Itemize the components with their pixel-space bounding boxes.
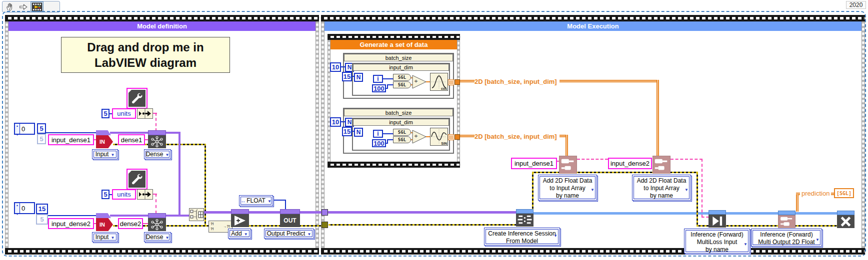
destroy-session-node[interactable]: [837, 215, 854, 228]
divide-node[interactable]: ÷: [412, 75, 427, 89]
destroy-session-node-cap: [837, 211, 854, 215]
add-2d-float-data-node[interactable]: [559, 156, 577, 174]
output-selector[interactable]: Output Predict: [264, 229, 314, 239]
version-text: 2020: [850, 1, 863, 8]
array-output-label[interactable]: 2D [batch_size, input_dim]: [474, 78, 557, 86]
layer-type-selector[interactable]: Dense: [144, 149, 171, 159]
loop-count-terminal[interactable]: N: [354, 73, 363, 82]
build-array-node[interactable]: [189, 208, 204, 221]
input-type-selector[interactable]: Input: [92, 149, 118, 159]
execution-frame-top-border: [321, 15, 865, 21]
units-label[interactable]: units: [112, 108, 136, 119]
input-type-selector[interactable]: Input: [92, 232, 118, 242]
to-sgl-node[interactable]: SGL: [393, 136, 411, 143]
string-wire: [702, 159, 702, 218]
prediction-indicator[interactable]: [SGL]: [834, 188, 854, 198]
float-enum-selector[interactable]: ↔ FLOAT: [239, 195, 273, 206]
wrench-config-icon[interactable]: [126, 88, 148, 109]
loop-name-bar: input_dim: [353, 119, 449, 126]
layer-type-selector[interactable]: Dense: [144, 232, 171, 242]
to-sgl-node[interactable]: SGL: [393, 74, 411, 81]
dense-name-label[interactable]: dense2: [118, 218, 143, 229]
inference-multiloss-selector[interactable]: Inference (Forward) MultiLoss Input by n…: [684, 229, 750, 254]
prediction-label[interactable]: prediction: [800, 190, 831, 198]
version-badge: 2020: [846, 1, 866, 9]
wrench-config-icon[interactable]: [126, 169, 148, 190]
input-name-label[interactable]: input_dense1: [48, 134, 94, 145]
error-wire: [328, 224, 534, 226]
size-constant[interactable]: 5: [37, 123, 46, 134]
model-wire: [204, 211, 322, 214]
shape-spinner[interactable]: 0: [14, 123, 35, 135]
units-constant[interactable]: 5: [102, 190, 110, 199]
size-constant-disabled[interactable]: 5: [37, 134, 46, 144]
dropdown-arrow-icon: [590, 186, 594, 194]
dense-node[interactable]: [148, 135, 166, 148]
input-name-label[interactable]: input_dense2: [48, 218, 94, 229]
create-session-selector[interactable]: Create Inference Session From Model: [484, 228, 560, 246]
input-name-label[interactable]: input_dense2: [608, 158, 652, 169]
add-2d-float-data-node[interactable]: [652, 156, 670, 174]
loop-iterator-terminal[interactable]: i: [373, 130, 383, 138]
array-output-label[interactable]: 2D [batch_size, input_dim]: [474, 133, 557, 141]
execution-frame-bottom-border: [321, 248, 865, 255]
loop-count-terminal[interactable]: N: [354, 128, 363, 137]
model-tunnel: [322, 209, 328, 216]
size-constant-disabled[interactable]: 5: [36, 214, 48, 225]
add-node[interactable]: [231, 214, 249, 227]
loop-name-bar: batch_size: [344, 109, 453, 116]
array-wire: [566, 135, 568, 157]
loop-name-bar: input_dim: [353, 64, 449, 71]
to-sgl-node[interactable]: SGL: [393, 129, 411, 136]
divide-node[interactable]: ÷: [412, 130, 427, 144]
dense-name-label[interactable]: dense1: [118, 134, 145, 145]
add-data-selector[interactable]: Add 2D Float Data to Input Array by name: [538, 175, 597, 201]
generate-frame-title: Generate a set of data: [360, 41, 428, 48]
dropdown-arrow-icon: [108, 234, 114, 241]
input-name-label[interactable]: input_dense1: [511, 158, 557, 169]
spinner-arrows-icon[interactable]: [15, 203, 20, 213]
definition-frame-header: Model definition: [8, 21, 316, 31]
out-node[interactable]: OUT: [280, 214, 300, 227]
execution-frame-title: Model Execution: [567, 22, 618, 30]
inference-multioutput-node[interactable]: [778, 215, 796, 228]
sticky-note[interactable]: Drag and drop me in LabVIEW diagram: [61, 37, 230, 73]
denominator-constant[interactable]: 100: [372, 84, 386, 92]
batch-count-constant[interactable]: 10: [330, 62, 341, 72]
cosine-function-node[interactable]: cos: [430, 73, 448, 91]
units-bundle-node[interactable]: [137, 108, 153, 119]
batch-count-constant[interactable]: 10: [330, 117, 341, 127]
dropdown-arrow-icon: [684, 186, 688, 194]
labview-block-diagram: 2020 Model definition Model Execution Dr…: [0, 0, 868, 260]
array-wire: [656, 80, 659, 157]
denominator-constant[interactable]: 100: [372, 139, 386, 147]
dim-count-constant[interactable]: 15: [342, 72, 352, 81]
generate-frame-right-border: [457, 40, 460, 162]
units-constant[interactable]: 5: [102, 109, 110, 118]
shape-spinner[interactable]: 0: [14, 202, 35, 214]
dense-node-cap: [148, 213, 166, 218]
units-bundle-node[interactable]: [137, 189, 153, 200]
loop-name-bar: batch_size: [344, 54, 453, 61]
int-wire: [383, 133, 393, 134]
string-wire: [702, 217, 709, 218]
pan-hand-icon[interactable]: [5, 2, 16, 11]
inference-multioutput-selector[interactable]: Inference (Forward) Multi Output 2D Floa…: [751, 229, 822, 247]
dim-count-constant[interactable]: 15: [342, 127, 352, 136]
add-data-selector[interactable]: Add 2D Float Data to Input Array by name: [632, 175, 691, 201]
units-label[interactable]: units: [112, 189, 136, 200]
loop-iterator-terminal[interactable]: i: [373, 75, 383, 83]
sine-function-node[interactable]: SIN: [430, 128, 448, 146]
dense-node[interactable]: [148, 218, 166, 231]
int-wire: [341, 121, 345, 122]
spinner-arrows-icon[interactable]: [15, 124, 20, 134]
selection-arrow-icon[interactable]: [18, 2, 29, 11]
inference-multiloss-node[interactable]: [708, 215, 726, 228]
model-wire: [165, 215, 189, 217]
create-inference-session-node[interactable]: [516, 214, 534, 227]
size-constant[interactable]: 15: [36, 204, 48, 214]
labview-vi-icon[interactable]: [30, 1, 44, 12]
definition-frame-right-border: [316, 21, 319, 248]
to-sgl-node[interactable]: SGL: [393, 81, 411, 88]
operation-selector[interactable]: Add: [228, 229, 251, 239]
